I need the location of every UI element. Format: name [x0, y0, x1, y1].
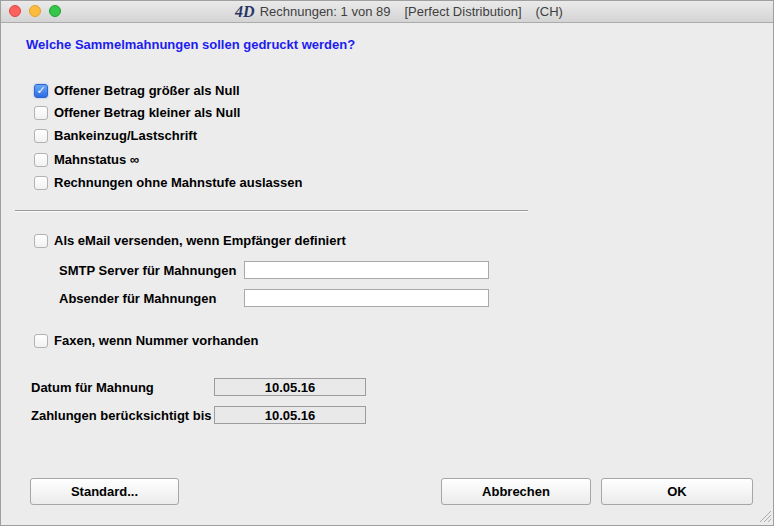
date-zahlungen-label: Zahlungen berücksichtigt bis — [31, 408, 212, 423]
date-mahnung-label: Datum für Mahnung — [31, 380, 154, 395]
checkbox-row-offener-betrag-kleiner[interactable]: ✓ Offener Betrag kleiner als Null — [34, 105, 240, 120]
dialog-window: 4D Rechnungen: 1 von 89 [Perfect Distrib… — [0, 0, 774, 526]
checkbox-row-ohne-mahnstufe[interactable]: ✓ Rechnungen ohne Mahnstufe auslassen — [34, 175, 303, 190]
smtp-server-input[interactable] — [244, 261, 489, 279]
checkbox-label: Offener Betrag kleiner als Null — [54, 105, 240, 120]
checkbox-icon[interactable]: ✓ — [34, 153, 48, 167]
checkbox-icon[interactable]: ✓ — [34, 234, 48, 248]
window-title: 4D Rechnungen: 1 von 89 [Perfect Distrib… — [235, 4, 563, 20]
checkbox-icon[interactable]: ✓ — [34, 176, 48, 190]
4d-app-logo-icon: 4D — [235, 4, 255, 20]
resize-grip-icon[interactable] — [756, 507, 771, 522]
checkbox-row-fax[interactable]: ✓ Faxen, wenn Nummer vorhanden — [34, 333, 258, 348]
checkbox-label: Rechnungen ohne Mahnstufe auslassen — [54, 175, 303, 190]
checkbox-icon[interactable]: ✓ — [34, 84, 48, 98]
checkbox-row-email[interactable]: ✓ Als eMail versenden, wenn Empfänger de… — [34, 233, 346, 248]
checkbox-row-bankeinzug[interactable]: ✓ Bankeinzug/Lastschrift — [34, 128, 197, 143]
zoom-icon[interactable] — [49, 5, 61, 17]
sender-input[interactable] — [244, 289, 489, 307]
checkbox-label: Offener Betrag größer als Null — [54, 83, 240, 98]
close-icon[interactable] — [9, 5, 21, 17]
window-controls — [9, 5, 61, 17]
checkbox-row-mahnstatus[interactable]: ✓ Mahnstatus ∞ — [34, 152, 139, 167]
checkbox-icon[interactable]: ✓ — [34, 129, 48, 143]
smtp-server-label: SMTP Server für Mahnungen — [59, 263, 236, 278]
checkbox-label: Als eMail versenden, wenn Empfänger defi… — [54, 233, 346, 248]
checkbox-icon[interactable]: ✓ — [34, 106, 48, 120]
checkbox-icon[interactable]: ✓ — [34, 334, 48, 348]
checkbox-label: Faxen, wenn Nummer vorhanden — [54, 333, 258, 348]
title-locale: (CH) — [536, 4, 563, 19]
date-mahnung-field[interactable]: 10.05.16 — [214, 378, 366, 396]
title-module: [Perfect Distribution] — [404, 4, 521, 19]
titlebar[interactable]: 4D Rechnungen: 1 von 89 [Perfect Distrib… — [1, 1, 773, 23]
date-zahlungen-field[interactable]: 10.05.16 — [214, 406, 366, 424]
cancel-button[interactable]: Abbrechen — [441, 478, 591, 505]
page-title: Welche Sammelmahnungen sollen gedruckt w… — [26, 37, 355, 52]
ok-button[interactable]: OK — [601, 478, 753, 505]
section-divider — [15, 210, 528, 212]
checkbox-row-offener-betrag-groesser[interactable]: ✓ Offener Betrag größer als Null — [34, 83, 240, 98]
checkbox-label: Mahnstatus ∞ — [54, 152, 139, 167]
sender-label: Absender für Mahnungen — [59, 291, 216, 306]
minimize-icon[interactable] — [29, 5, 41, 17]
checkbox-label: Bankeinzug/Lastschrift — [54, 128, 197, 143]
title-document: Rechnungen: 1 von 89 — [260, 4, 391, 19]
standard-button[interactable]: Standard... — [30, 478, 179, 505]
